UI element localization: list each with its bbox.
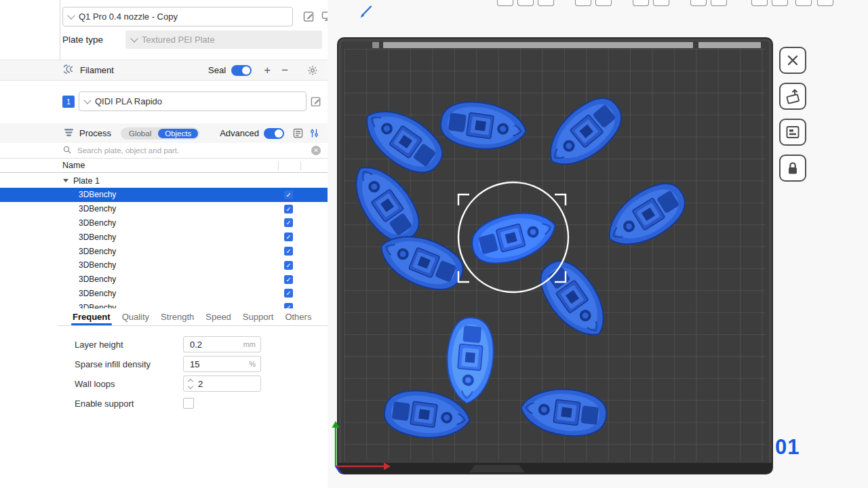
- infill-input[interactable]: [189, 359, 246, 370]
- edit-pencil-icon[interactable]: [357, 3, 375, 22]
- search-icon: [63, 146, 71, 156]
- plate-number: 01: [775, 435, 800, 460]
- tree-plate-row[interactable]: Plate 1: [0, 174, 328, 188]
- filament-slot-badge: 1: [62, 96, 75, 108]
- divider: [0, 80, 328, 81]
- tab-support[interactable]: Support: [241, 308, 275, 325]
- remove-filament-button[interactable]: −: [280, 64, 290, 76]
- wall-loops-input[interactable]: [197, 378, 256, 390]
- tree-row[interactable]: 3DBenchy: [0, 258, 328, 272]
- tab-strength[interactable]: Strength: [159, 308, 195, 325]
- tab-global[interactable]: Global: [122, 129, 158, 138]
- tree-row[interactable]: 3DBenchy: [0, 300, 328, 308]
- visibility-checkbox[interactable]: [284, 205, 293, 214]
- auto-orient-plate-button[interactable]: [779, 83, 806, 110]
- process-section-header: Process Global Objects Advanced: [0, 123, 328, 143]
- visibility-checkbox[interactable]: [284, 218, 293, 227]
- infill-unit: %: [249, 360, 256, 368]
- advanced-toggle[interactable]: [264, 128, 284, 139]
- search-input[interactable]: [76, 146, 307, 155]
- plate-rail-segment: [372, 42, 379, 48]
- clear-search-icon[interactable]: ✕: [311, 146, 321, 155]
- tree-row[interactable]: 3DBenchy: [0, 244, 328, 258]
- plate-rail-segment: [383, 42, 693, 48]
- toolbar-icon-partial[interactable]: [653, 0, 669, 6]
- lock-plate-button[interactable]: [779, 155, 806, 182]
- visibility-checkbox[interactable]: [284, 275, 293, 284]
- object-label: 3DBenchy: [79, 260, 284, 270]
- compare-presets-icon[interactable]: [309, 128, 319, 138]
- visibility-checkbox[interactable]: [284, 232, 293, 241]
- filament-settings-gear-icon[interactable]: [307, 65, 318, 76]
- toolbar-icon-partial[interactable]: [711, 0, 727, 6]
- layer-height-input[interactable]: [189, 339, 241, 350]
- printer-preset-select[interactable]: Q1 Pro 0.4 nozzle - Copy: [62, 7, 293, 26]
- toolbar-icon-partial[interactable]: [772, 0, 788, 6]
- object-label: 3DBenchy: [79, 204, 284, 214]
- toolbar-icon-partial[interactable]: [751, 0, 768, 6]
- visibility-checkbox[interactable]: [284, 261, 293, 270]
- object-label: 3DBenchy: [79, 303, 284, 308]
- edit-filament-icon[interactable]: [311, 96, 322, 107]
- tab-others[interactable]: Others: [283, 308, 313, 325]
- toolbar-icon-partial[interactable]: [517, 0, 534, 6]
- tab-quality[interactable]: Quality: [121, 308, 151, 325]
- plate-type-value: Textured PEI Plate: [142, 35, 215, 45]
- tab-speed[interactable]: Speed: [204, 308, 233, 325]
- layer-height-unit: mm: [243, 340, 256, 348]
- seal-toggle[interactable]: [231, 65, 252, 76]
- process-icon: [64, 127, 74, 140]
- tree-row[interactable]: 3DBenchy: [0, 272, 328, 287]
- plate-type-select[interactable]: Textured PEI Plate: [125, 30, 322, 49]
- toolbar-icon-partial[interactable]: [575, 0, 591, 6]
- param-row-layer-height: Layer height mm: [0, 336, 328, 353]
- toolbar-icon-partial[interactable]: [497, 0, 513, 6]
- object-label: 3DBenchy: [79, 232, 284, 242]
- arrange-plate-button[interactable]: [779, 119, 806, 146]
- parameter-tabs: Frequent Quality Strength Speed Support …: [58, 308, 328, 326]
- add-filament-button[interactable]: +: [262, 64, 272, 76]
- param-row-infill: Sparse infill density %: [0, 355, 328, 373]
- search-bar: ✕: [0, 143, 328, 159]
- chevron-down-icon: [83, 96, 91, 104]
- tree-row[interactable]: 3DBenchy: [0, 216, 328, 230]
- expand-arrow-icon[interactable]: [63, 179, 68, 182]
- tab-frequent[interactable]: Frequent: [71, 308, 112, 325]
- tree-row[interactable]: 3DBenchy: [0, 188, 328, 202]
- parameter-table-icon[interactable]: [293, 128, 303, 138]
- column-divider: [278, 161, 279, 170]
- toolbar-icon-partial[interactable]: [595, 0, 612, 6]
- enable-support-checkbox[interactable]: [183, 398, 194, 409]
- visibility-checkbox[interactable]: [284, 190, 293, 199]
- tree-row[interactable]: 3DBenchy: [0, 287, 328, 301]
- plate-grid: [344, 49, 766, 462]
- layer-height-label: Layer height: [75, 340, 183, 350]
- chevron-down-icon: [67, 12, 75, 19]
- tree-row[interactable]: 3DBenchy: [0, 202, 328, 216]
- tree-row[interactable]: 3DBenchy: [0, 230, 328, 244]
- toolbar-icon-partial[interactable]: [690, 0, 707, 6]
- process-section-title: Process: [79, 128, 111, 138]
- viewport-3d[interactable]: 01: [328, 0, 868, 488]
- visibility-checkbox[interactable]: [284, 247, 293, 256]
- object-tree: Plate 1 3DBenchy 3DBenchy 3DBenchy 3DBen…: [0, 174, 328, 308]
- plate-handle-tab: [469, 465, 525, 472]
- edit-preset-icon[interactable]: [303, 10, 315, 22]
- visibility-checkbox[interactable]: [284, 289, 293, 298]
- toolbar-icon-partial[interactable]: [538, 0, 554, 6]
- tab-objects[interactable]: Objects: [158, 129, 198, 138]
- build-plate[interactable]: [337, 37, 773, 474]
- filament-row: 1 QIDI PLA Rapido: [62, 92, 322, 111]
- name-column-header: Name: [62, 161, 85, 170]
- filament-section-title: Filament: [80, 65, 114, 75]
- filament-select[interactable]: QIDI PLA Rapido: [79, 92, 307, 111]
- visibility-checkbox[interactable]: [284, 303, 293, 308]
- toolbar-icon-partial[interactable]: [633, 0, 649, 6]
- toolbar-icon-partial[interactable]: [795, 0, 812, 6]
- left-panel: Q1 Pro 0.4 nozzle - Copy Plate type Text…: [0, 0, 328, 488]
- stepper-arrows-icon[interactable]: [189, 380, 193, 388]
- plate-label: Plate 1: [73, 176, 100, 186]
- delete-plate-button[interactable]: [779, 47, 806, 74]
- wall-loops-label: Wall loops: [75, 379, 183, 389]
- toolbar-icon-partial[interactable]: [817, 0, 833, 6]
